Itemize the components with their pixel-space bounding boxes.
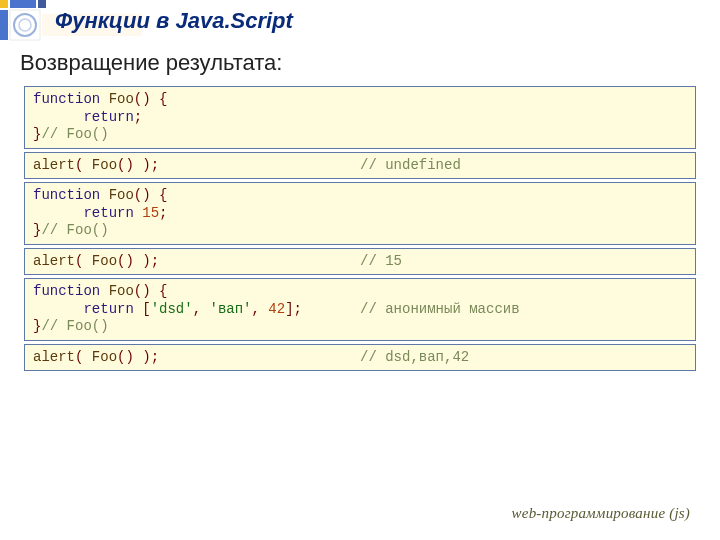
code-token [134, 301, 142, 317]
code-right: // 15 [360, 253, 687, 271]
code-token: () [117, 253, 134, 269]
code-left: function Foo() { return ['dsd', 'вап', 4… [33, 283, 360, 336]
code-right: // dsd,вап,42 [360, 349, 687, 367]
code-line: return ['dsd', 'вап', 42]; [33, 301, 360, 319]
code-token [33, 301, 83, 317]
code-token: Foo [109, 283, 134, 299]
code-token: () [117, 349, 134, 365]
code-line: }// Foo() [33, 126, 687, 144]
code-token: ; [151, 253, 159, 269]
code-line: alert( Foo() ); [33, 253, 360, 271]
code-token [134, 253, 142, 269]
code-token: // 15 [360, 253, 402, 269]
code-token: [ [142, 301, 150, 317]
code-token: { [159, 91, 167, 107]
slide: Функции в Java.Script Возвращение резуль… [0, 0, 720, 540]
code-line: alert( Foo() ); [33, 157, 360, 175]
code-token: ) [142, 157, 150, 173]
code-token [83, 349, 91, 365]
code-line: }// Foo() [33, 222, 687, 240]
code-blocks: function Foo() { return;}// Foo()alert( … [24, 86, 696, 371]
code-token: // undefined [360, 157, 461, 173]
code-token [33, 109, 83, 125]
code-token [83, 157, 91, 173]
code-token: // Foo() [41, 222, 108, 238]
code-token [151, 187, 159, 203]
code-token: function [33, 283, 100, 299]
code-token [83, 253, 91, 269]
code-token: Foo [109, 187, 134, 203]
code-token [134, 205, 142, 221]
code-token: function [33, 187, 100, 203]
code-token: return [83, 109, 133, 125]
code-token: ; [134, 109, 142, 125]
code-line: return 15; [33, 205, 687, 223]
code-block: function Foo() { return ['dsd', 'вап', 4… [24, 278, 696, 341]
code-token: return [83, 301, 133, 317]
code-token: { [159, 187, 167, 203]
code-token: , [252, 301, 260, 317]
code-token: 'dsd' [151, 301, 193, 317]
code-token: 'вап' [209, 301, 251, 317]
code-token: { [159, 283, 167, 299]
code-token: 42 [268, 301, 285, 317]
code-token: () [134, 91, 151, 107]
footer-text: web-программирование (js) [512, 505, 690, 522]
code-token: ] [285, 301, 293, 317]
code-line: function Foo() { [33, 187, 687, 205]
code-line: }// Foo() [33, 318, 360, 336]
code-token [100, 283, 108, 299]
code-block: function Foo() { return;}// Foo() [24, 86, 696, 149]
code-right: // анонимный массив [360, 283, 687, 336]
code-token [100, 91, 108, 107]
page-title: Функции в Java.Script [55, 8, 293, 34]
code-line: return; [33, 109, 687, 127]
code-line: // 15 [360, 253, 687, 271]
code-token [33, 205, 83, 221]
code-left: alert( Foo() ); [33, 349, 360, 367]
svg-rect-3 [0, 10, 8, 40]
svg-rect-1 [10, 0, 36, 8]
code-token: // анонимный массив [360, 301, 520, 317]
code-left: alert( Foo() ); [33, 253, 360, 271]
code-token: ) [142, 253, 150, 269]
code-block: alert( Foo() );// dsd,вап,42 [24, 344, 696, 372]
code-token: alert [33, 157, 75, 173]
code-token: () [117, 157, 134, 173]
code-token: Foo [92, 253, 117, 269]
code-token: ; [294, 301, 302, 317]
code-line: alert( Foo() ); [33, 349, 360, 367]
code-token: Foo [92, 157, 117, 173]
code-line: // undefined [360, 157, 687, 175]
code-token: // Foo() [41, 126, 108, 142]
code-block: alert( Foo() );// 15 [24, 248, 696, 276]
code-token: () [134, 283, 151, 299]
code-token: ) [142, 349, 150, 365]
code-token: Foo [92, 349, 117, 365]
code-token: // dsd,вап,42 [360, 349, 469, 365]
code-line: // dsd,вап,42 [360, 349, 687, 367]
code-line: function Foo() { [33, 283, 360, 301]
code-token: return [83, 205, 133, 221]
code-right: // undefined [360, 157, 687, 175]
code-token [151, 91, 159, 107]
svg-rect-4 [10, 10, 40, 40]
code-token [100, 187, 108, 203]
code-token: , [193, 301, 201, 317]
code-token: ; [151, 157, 159, 173]
code-token [151, 283, 159, 299]
code-block: function Foo() { return 15;}// Foo() [24, 182, 696, 245]
code-token: alert [33, 253, 75, 269]
svg-rect-0 [0, 0, 8, 8]
code-token: // Foo() [41, 318, 108, 334]
code-token: Foo [109, 91, 134, 107]
code-block: alert( Foo() );// undefined [24, 152, 696, 180]
code-left: alert( Foo() ); [33, 157, 360, 175]
code-token [134, 157, 142, 173]
svg-point-5 [14, 14, 36, 36]
svg-rect-2 [38, 0, 46, 8]
code-line: // анонимный массив [360, 301, 520, 319]
code-token: 15 [142, 205, 159, 221]
code-token: () [134, 187, 151, 203]
code-token [134, 349, 142, 365]
